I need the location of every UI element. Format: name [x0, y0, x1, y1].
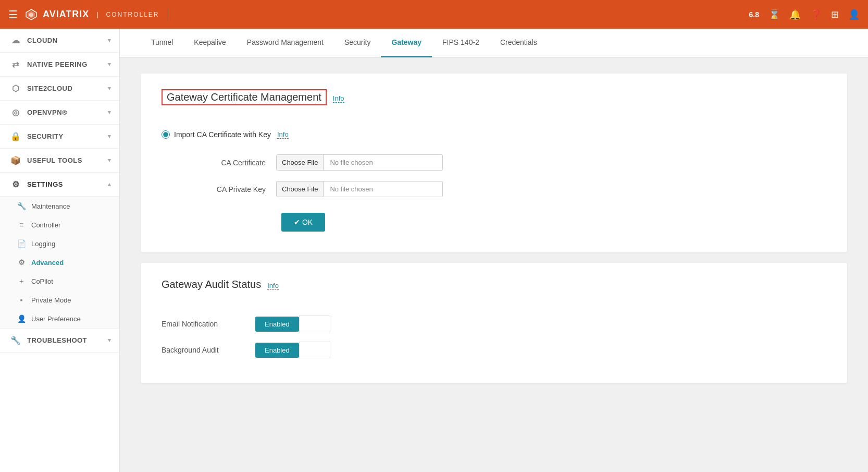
openvpn-icon: ◎ [8, 107, 23, 117]
ca-key-choose-btn[interactable]: Choose File [277, 181, 324, 197]
version-label: 6.8 [749, 10, 759, 19]
import-ca-radio[interactable] [162, 130, 170, 139]
sidebar-item-cloudn[interactable]: ☁ CLOUDN ▾ [0, 29, 119, 53]
top-navbar: ☰ AVIATRIX | CONTROLLER 6.8 ⌛ 🔔 ❓ ⊞ 👤 [0, 0, 868, 29]
copilot-label: CoPilot [31, 277, 53, 285]
sidebar-item-logging[interactable]: 📄 Logging [0, 234, 119, 253]
ca-cert-file-input[interactable]: Choose File No file chosen [276, 154, 443, 171]
email-notification-spacer [299, 316, 330, 332]
settings-icon: ⚙ [8, 179, 23, 189]
radio-section: Import CA Certificate with Key Info [162, 130, 826, 139]
ca-key-no-file: No file chosen [324, 181, 442, 197]
sidebar-label-site2cloud: SITE2CLOUD [27, 84, 108, 92]
tab-security[interactable]: Security [334, 29, 381, 57]
ca-key-label: CA Private Key [182, 185, 266, 193]
email-notification-label: Email Notification [162, 320, 255, 328]
sidebar-item-security[interactable]: 🔒 SECURITY ▾ [0, 125, 119, 149]
import-ca-label-text: Import CA Certificate with Key [174, 130, 271, 139]
sidebar: ☁ CLOUDN ▾ ⇄ NATIVE PEERING ▾ ⬡ SITE2CLO… [0, 29, 120, 472]
sidebar-label-security: SECURITY [27, 132, 108, 140]
sidebar-label-native-peering: NATIVE PEERING [27, 60, 108, 68]
hourglass-icon[interactable]: ⌛ [768, 9, 780, 20]
tab-password-management[interactable]: Password Management [237, 29, 334, 57]
tab-tunnel[interactable]: Tunnel [141, 29, 183, 57]
logging-icon: 📄 [16, 239, 27, 248]
security-icon: 🔒 [8, 131, 23, 141]
useful-tools-icon: 📦 [8, 155, 23, 165]
tab-keepalive[interactable]: Keepalive [183, 29, 237, 57]
gateway-cert-title: Gateway Certificate Management [162, 89, 327, 105]
aviatrix-logo-icon [25, 8, 38, 21]
content-area: Gateway Certificate Management Info Impo… [120, 58, 868, 409]
ca-cert-label: CA Certificate [182, 159, 266, 167]
sidebar-item-useful-tools[interactable]: 📦 USEFUL TOOLS ▾ [0, 149, 119, 173]
ca-key-row: CA Private Key Choose File No file chose… [182, 181, 826, 197]
sidebar-item-settings[interactable]: ⚙ SETTINGS ▴ [0, 173, 119, 197]
ca-cert-row: CA Certificate Choose File No file chose… [182, 154, 826, 171]
sidebar-item-user-preference[interactable]: 👤 User Preference [0, 309, 119, 328]
troubleshoot-arrow: ▾ [108, 337, 111, 344]
sidebar-item-troubleshoot[interactable]: 🔧 TROUBLESHOOT ▾ [0, 329, 119, 353]
user-icon[interactable]: 👤 [848, 9, 860, 20]
copilot-icon: + [16, 277, 27, 285]
background-audit-label: Background Audit [162, 346, 255, 354]
email-notification-row: Email Notification Enabled [162, 316, 826, 332]
native-peering-icon: ⇄ [8, 59, 23, 69]
import-ca-info-link[interactable]: Info [277, 130, 289, 139]
ca-cert-choose-btn[interactable]: Choose File [277, 155, 324, 170]
grid-icon[interactable]: ⊞ [831, 9, 839, 20]
advanced-icon: ⚙ [16, 258, 27, 267]
tab-gateway[interactable]: Gateway [381, 29, 432, 57]
controller-label: Controller [31, 221, 60, 229]
help-icon[interactable]: ❓ [810, 9, 822, 20]
audit-info-link[interactable]: Info [267, 282, 279, 290]
bell-icon[interactable]: 🔔 [789, 9, 801, 20]
tab-credentials[interactable]: Credentials [490, 29, 548, 57]
sidebar-item-copilot[interactable]: + CoPilot [0, 272, 119, 291]
main-layout: ☁ CLOUDN ▾ ⇄ NATIVE PEERING ▾ ⬡ SITE2CLO… [0, 29, 868, 472]
sidebar-item-controller[interactable]: ≡ Controller [0, 215, 119, 234]
gateway-cert-card: Gateway Certificate Management Info Impo… [141, 74, 847, 252]
email-notification-btn[interactable]: Enabled [255, 317, 299, 332]
private-mode-label: Private Mode [31, 296, 71, 304]
ok-button[interactable]: ✔ OK [281, 213, 325, 232]
import-ca-radio-label[interactable]: Import CA Certificate with Key Info [162, 130, 826, 139]
sidebar-label-openvpn: OPENVPN® [27, 108, 108, 116]
main-content: Tunnel Keepalive Password Management Sec… [120, 29, 868, 472]
brand-name: AVIATRIX [43, 9, 89, 20]
navbar-right: 6.8 ⌛ 🔔 ❓ ⊞ 👤 [749, 9, 860, 20]
sidebar-label-cloudn: CLOUDN [27, 37, 108, 44]
sidebar-item-maintenance[interactable]: 🔧 Maintenance [0, 197, 119, 215]
native-peering-arrow: ▾ [108, 61, 111, 68]
ca-key-file-input[interactable]: Choose File No file chosen [276, 181, 443, 197]
useful-tools-arrow: ▾ [108, 157, 111, 164]
settings-arrow: ▴ [108, 181, 111, 188]
sidebar-item-private-mode[interactable]: ▪ Private Mode [0, 291, 119, 309]
user-pref-label: User Preference [31, 315, 81, 323]
hamburger-menu[interactable]: ☰ [8, 8, 18, 21]
controller-icon: ≡ [16, 221, 27, 229]
site2cloud-icon: ⬡ [8, 83, 23, 93]
sidebar-item-native-peering[interactable]: ⇄ NATIVE PEERING ▾ [0, 53, 119, 77]
gateway-cert-info-link[interactable]: Info [333, 94, 344, 103]
audit-status-title: Gateway Audit Status [162, 279, 261, 291]
ca-cert-no-file: No file chosen [324, 155, 442, 170]
user-pref-icon: 👤 [16, 314, 27, 323]
security-arrow: ▾ [108, 133, 111, 140]
gateway-audit-card: Gateway Audit Status Info Email Notifica… [141, 263, 847, 383]
sidebar-item-site2cloud[interactable]: ⬡ SITE2CLOUD ▾ [0, 77, 119, 101]
sidebar-item-openvpn[interactable]: ◎ OPENVPN® ▾ [0, 101, 119, 125]
tab-fips[interactable]: FIPS 140-2 [432, 29, 490, 57]
brand-logo: AVIATRIX | CONTROLLER [25, 8, 168, 21]
background-audit-row: Background Audit Enabled [162, 342, 826, 358]
sidebar-label-useful-tools: USEFUL TOOLS [27, 156, 108, 164]
tab-navigation: Tunnel Keepalive Password Management Sec… [120, 29, 868, 58]
openvpn-arrow: ▾ [108, 109, 111, 116]
sidebar-label-troubleshoot: TROUBLESHOOT [27, 336, 108, 344]
background-audit-btn[interactable]: Enabled [255, 343, 299, 358]
site2cloud-arrow: ▾ [108, 85, 111, 92]
sidebar-item-advanced[interactable]: ⚙ Advanced [0, 253, 119, 272]
logging-label: Logging [31, 240, 55, 248]
maintenance-icon: 🔧 [16, 202, 27, 210]
private-mode-icon: ▪ [16, 296, 27, 304]
